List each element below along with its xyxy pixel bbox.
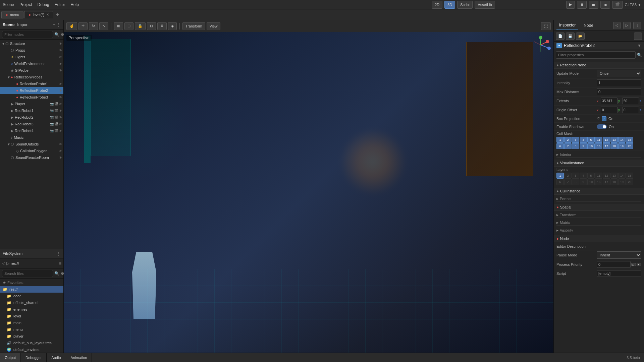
cull-cell-20[interactable]: 20 bbox=[626, 143, 633, 149]
filter-search-icon[interactable]: 🔍 bbox=[54, 32, 59, 37]
tree-item-reflprobe3[interactable]: ● ReflectionProbe3 👁 bbox=[0, 94, 63, 101]
tree-item-lights[interactable]: ☀ Lights 👁 bbox=[0, 54, 63, 60]
portals-toggle[interactable]: Portals bbox=[556, 195, 641, 202]
cull-cell-2[interactable]: 2 bbox=[564, 137, 572, 143]
pause-mode-dropdown[interactable]: Inherit bbox=[597, 251, 641, 259]
layer-cell-5[interactable]: 5 bbox=[587, 173, 595, 179]
fs-item-busfile[interactable]: 🔊 default_bus_layout.tres bbox=[0, 340, 63, 346]
step-button[interactable]: ⏭ bbox=[600, 1, 610, 9]
mode-3d-button[interactable]: 3D bbox=[444, 1, 455, 9]
section-visual-instance[interactable]: ● VisualInstance bbox=[554, 160, 644, 167]
tree-item-player[interactable]: ▶ Player 📷🎬👁 bbox=[0, 101, 63, 107]
voxel-tool[interactable]: ◈ bbox=[168, 22, 177, 30]
tab-level[interactable]: ● level(*) ✕ bbox=[24, 11, 53, 18]
cull-cell-10[interactable]: 10 bbox=[587, 143, 595, 149]
tree-item-props[interactable]: ⬡ Props 👁 bbox=[0, 47, 63, 54]
inspector-save-button[interactable]: 💾 bbox=[566, 33, 575, 40]
cull-cell-15[interactable]: 15 bbox=[626, 137, 633, 143]
cull-cell-1[interactable]: 1 bbox=[556, 137, 564, 143]
tab-menu[interactable]: ● menu bbox=[1, 11, 23, 18]
fs-item-enemies[interactable]: 📁 enemies bbox=[0, 306, 63, 313]
cull-cell-5[interactable]: 5 bbox=[587, 137, 595, 143]
scene-options-button[interactable]: ⋮ bbox=[57, 22, 61, 27]
process-priority-down[interactable]: ▼ bbox=[637, 263, 641, 266]
section-reflectionprobe[interactable]: ● ReflectionProbe bbox=[554, 62, 644, 69]
rotate-tool[interactable]: ↻ bbox=[89, 22, 98, 30]
fs-search-icon[interactable]: 🔍 bbox=[54, 271, 59, 276]
scene-add-button[interactable]: + bbox=[53, 22, 55, 27]
inspector-load-button[interactable]: 📂 bbox=[576, 33, 585, 40]
layer-cell-9[interactable]: 9 bbox=[580, 179, 587, 185]
view-button[interactable]: View bbox=[207, 22, 221, 30]
visibility-toggle[interactable]: Visibility bbox=[556, 227, 641, 233]
inspector-options[interactable]: ⋮ bbox=[633, 22, 641, 29]
filter-nodes-input[interactable] bbox=[2, 31, 53, 38]
pause-button[interactable]: ⏸ bbox=[577, 1, 587, 9]
tab-import[interactable]: Import bbox=[17, 22, 29, 27]
snap-tool[interactable]: ⊞ bbox=[114, 22, 123, 30]
fullscreen-button[interactable]: ⛶ bbox=[541, 22, 551, 30]
max-distance-input[interactable] bbox=[597, 88, 641, 95]
cull-cell-6[interactable]: 6 bbox=[556, 143, 564, 149]
movie-button[interactable]: 🎬 bbox=[612, 1, 623, 9]
cull-cell-3[interactable]: 3 bbox=[572, 137, 579, 143]
fs-item-menu[interactable]: 📁 menu bbox=[0, 326, 63, 333]
scale-tool[interactable]: ⤡ bbox=[99, 22, 108, 30]
menu-debug[interactable]: Debug bbox=[37, 2, 49, 7]
cull-cell-9[interactable]: 9 bbox=[580, 143, 587, 149]
move-tool[interactable]: ✛ bbox=[78, 22, 88, 30]
cull-cell-18[interactable]: 18 bbox=[610, 143, 618, 149]
layer-cell-19[interactable]: 19 bbox=[618, 179, 626, 185]
cull-cell-13[interactable]: 13 bbox=[610, 137, 618, 143]
matrix-toggle[interactable]: Matrix bbox=[556, 219, 641, 226]
bottom-tab-output[interactable]: Output bbox=[0, 353, 21, 362]
search-files-input[interactable] bbox=[2, 270, 53, 277]
layer-cell-10[interactable]: 10 bbox=[587, 179, 595, 185]
extents-x-input[interactable] bbox=[601, 98, 618, 104]
box-projection-refresh[interactable]: ↺ bbox=[597, 116, 600, 121]
layer-cell-2[interactable]: 2 bbox=[564, 173, 572, 179]
cull-cell-11[interactable]: 11 bbox=[595, 137, 602, 143]
layer-cell-12[interactable]: 12 bbox=[603, 173, 610, 179]
fs-item-main[interactable]: 📁 main bbox=[0, 319, 63, 326]
fs-item-res[interactable]: 📁 res:// bbox=[0, 286, 63, 293]
layer-cell-14[interactable]: 14 bbox=[618, 173, 626, 179]
filter-properties-input[interactable] bbox=[556, 51, 636, 59]
cull-cell-19[interactable]: 19 bbox=[618, 143, 626, 149]
tree-item-redrobot4[interactable]: ▶ RedRobot4 📷🎬👁 bbox=[0, 127, 63, 134]
section-spatial[interactable]: ● Spatial bbox=[554, 204, 644, 211]
fs-item-effects[interactable]: 📁 effects_shared bbox=[0, 299, 63, 306]
layer-cell-16[interactable]: 16 bbox=[595, 179, 602, 185]
transform-toggle[interactable]: Transform bbox=[556, 212, 641, 218]
intensity-input[interactable] bbox=[597, 79, 641, 86]
inspector-history-back[interactable]: ◁ bbox=[613, 22, 621, 29]
menu-scene[interactable]: Scene bbox=[3, 2, 14, 7]
interior-toggle[interactable]: Interior bbox=[556, 151, 641, 158]
tab-close-button[interactable]: ✕ bbox=[46, 13, 49, 16]
tab-scene[interactable]: Scene bbox=[3, 22, 14, 27]
tab-inspector[interactable]: Inspector bbox=[556, 21, 578, 29]
layer-cell-11[interactable]: 11 bbox=[595, 173, 602, 179]
tab-node[interactable]: Node bbox=[581, 22, 596, 29]
inspector-more-options[interactable]: ⋯ bbox=[634, 33, 642, 40]
fs-back-button[interactable]: ◁ bbox=[2, 261, 5, 266]
tree-item-reflprobes[interactable]: ▼ ● ReflectionProbes bbox=[0, 74, 63, 80]
cull-cell-14[interactable]: 14 bbox=[618, 137, 626, 143]
fs-layout-toggle[interactable]: ≡ bbox=[59, 261, 61, 266]
node-name-dropdown[interactable]: ▼ bbox=[637, 43, 641, 48]
layer-cell-20[interactable]: 20 bbox=[626, 179, 633, 185]
fs-item-door[interactable]: 📁 door bbox=[0, 293, 63, 299]
tree-item-worldenv[interactable]: ○ WorldEnvironment 👁 bbox=[0, 60, 63, 67]
layer-cell-4[interactable]: 4 bbox=[580, 173, 587, 179]
filter-search-icon[interactable]: 🔍 bbox=[637, 53, 642, 57]
cull-cell-4[interactable]: 4 bbox=[580, 137, 587, 143]
transform-button[interactable]: Transform bbox=[182, 22, 205, 30]
tree-item-redrobot1[interactable]: ▶ RedRobot1 📷🎬👁 bbox=[0, 107, 63, 114]
process-priority-input[interactable] bbox=[597, 261, 631, 268]
cull-cell-7[interactable]: 7 bbox=[564, 143, 572, 149]
box-projection-checkbox[interactable] bbox=[602, 116, 606, 121]
layer-cell-6[interactable]: 6 bbox=[556, 179, 564, 185]
menu-project[interactable]: Project bbox=[19, 2, 32, 7]
layer-cell-15[interactable]: 15 bbox=[626, 173, 633, 179]
section-node[interactable]: ● Node bbox=[554, 235, 644, 242]
